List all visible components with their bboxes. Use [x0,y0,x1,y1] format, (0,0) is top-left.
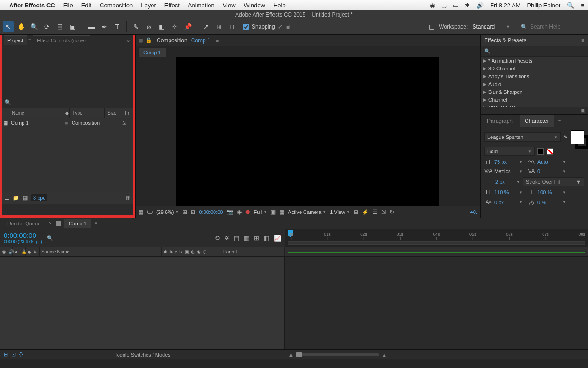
lock-icon[interactable]: 🔒 [146,37,152,43]
type-tool-icon[interactable]: T [112,21,123,32]
fast-preview-icon[interactable]: ⚡ [362,209,369,215]
timeline-zoom-slider[interactable] [296,353,379,356]
new-folder-icon[interactable]: 📁 [13,195,19,201]
notification-icon[interactable]: ≡ [581,2,584,9]
ep-item-audio[interactable]: ▶Audio [481,80,588,88]
zoom-in-icon[interactable]: ▲ [382,352,387,357]
dropdown-arrow-icon[interactable]: ▼ [516,180,520,184]
dropdown-arrow-icon[interactable]: ▼ [519,160,526,164]
timeline-comp-tab[interactable]: Comp 1 [64,219,91,228]
comp-subtab[interactable]: Comp 1 [138,48,166,57]
color-mgmt-icon[interactable]: ⬢ [245,209,250,215]
zoom-out-icon[interactable]: ▲ [288,352,294,357]
tsume-value[interactable]: 0 % [537,200,560,205]
timeline-timecode[interactable]: 0:00:00:00 00000 (23.976 fps) [4,232,42,245]
col-name[interactable]: Name [9,108,62,118]
toggle-switch-icon[interactable]: {} [19,351,23,357]
bluetooth-icon[interactable]: ✱ [465,2,470,9]
roto-tool-icon[interactable]: ✧ [169,21,180,32]
dropdown-arrow-icon[interactable]: ▼ [519,190,526,195]
new-comp-icon[interactable]: ▦ [23,195,28,201]
effects-presets-header[interactable]: Effects & Presets ≡ [481,34,588,46]
panel-overflow-icon[interactable]: » [124,37,131,44]
font-family-dropdown[interactable]: League Spartan▼ [484,132,561,142]
menu-animation[interactable]: Animation [188,2,215,9]
puppet-tool-icon[interactable]: 📌 [182,21,193,32]
effects-presets-menu-icon[interactable]: ≡ [581,37,584,44]
transparency-icon[interactable]: ▣ [271,209,276,215]
tab-close-icon[interactable]: × [49,221,51,226]
col-label-icon[interactable]: ◆ [26,247,32,256]
new-bin-icon[interactable]: ▣ [581,107,585,114]
snap-opt-icon[interactable]: ⤢ [278,23,283,30]
col-label-icon[interactable]: ◆ [62,108,70,118]
camera-dropdown[interactable]: Active Camera▼ [288,209,326,215]
rotate-tool-icon[interactable]: ⟳ [41,21,52,32]
ep-item-andys-transitions[interactable]: ▶Andy's Transitions [481,72,588,80]
col-size[interactable]: Size [105,108,122,118]
dropdown-arrow-icon[interactable]: ▼ [562,160,569,164]
world-axis-icon[interactable]: ⊞ [214,21,225,32]
menu-layer[interactable]: Layer [141,2,156,9]
timeline-layers[interactable] [0,257,285,349]
interpret-footage-icon[interactable]: ☰ [5,195,9,201]
selection-tool-icon[interactable]: ↖ [3,21,14,32]
view-axis-icon[interactable]: ⊡ [226,21,237,32]
render-icon[interactable]: ▤ [138,37,143,43]
dropdown-arrow-icon[interactable]: ▼ [562,190,569,195]
clock[interactable]: Fri 8:22 AM [490,2,520,9]
snap-opt2-icon[interactable]: ▣ [285,23,290,30]
black-swatch[interactable] [537,148,544,155]
comp-tab-menu-icon[interactable]: ≡ [216,38,219,43]
no-color-swatch[interactable] [547,148,553,155]
shy-icon[interactable]: ⟲ [215,235,220,242]
hscale-value[interactable]: 100 % [537,190,560,195]
menu-edit[interactable]: Edit [81,2,91,9]
snapshot-icon[interactable]: 📷 [226,209,233,215]
composition-viewport[interactable] [177,58,439,205]
paragraph-tab[interactable]: Paragraph [482,115,517,126]
menu-effect[interactable]: Effect [164,2,180,9]
font-style-dropdown[interactable]: Bold▼ [484,147,535,156]
workspace-dropdown[interactable]: Standard [472,23,495,30]
bpc-indicator[interactable]: 8 bpc [31,194,47,201]
stroke-width-value[interactable]: 2 px [495,179,514,184]
menu-window[interactable]: Window [244,2,265,9]
pixel-aspect-icon[interactable]: ⊟ [354,209,358,215]
zoom-tool-icon[interactable]: 🔍 [28,21,40,32]
timeline-search-icon[interactable]: 🔍 [47,235,53,241]
menu-view[interactable]: View [223,2,236,9]
volume-icon[interactable]: 🔊 [476,2,484,9]
snapping-toggle[interactable]: Snapping ⤢ ▣ [243,23,290,30]
tracking-value[interactable]: 0 [537,168,560,174]
project-tab[interactable]: Project [4,35,27,45]
menu-composition[interactable]: Composition [100,2,133,9]
baseline-value[interactable]: 0 px [494,200,517,205]
pan-behind-tool-icon[interactable]: ▣ [67,21,78,32]
exposure-value[interactable]: +0. [470,209,477,215]
project-item-comp1[interactable]: ▦ Comp 1 ■ Composition ⇲ [2,118,133,127]
col-source-name[interactable]: Source Name [40,247,162,256]
frame-blend-icon[interactable]: ▤ [234,235,239,242]
wifi-icon[interactable]: ◡ [441,2,447,9]
display-icon[interactable]: ▭ [453,2,458,9]
workspace-switcher-icon[interactable]: ▦ [426,21,437,32]
effect-controls-tab[interactable]: Effect Controls (none) [33,35,90,45]
monitor-icon[interactable]: 🖵 [147,209,153,215]
col-visibility-icon[interactable]: ◉ [0,247,6,256]
roi-icon[interactable]: ⊡ [191,209,195,215]
brainstorm-icon[interactable]: ◧ [264,235,269,242]
col-framerate[interactable]: Fr [122,108,133,118]
ep-item-3d-channel[interactable]: ▶3D Channel [481,64,588,72]
menu-file[interactable]: File [63,2,73,9]
leading-value[interactable]: Auto [537,159,560,165]
col-type[interactable]: Type [70,108,105,118]
ep-item-cinema4d[interactable]: ▶CINEMA 4D [481,104,588,107]
view-dropdown[interactable]: 1 View▼ [330,209,350,215]
cc-icon[interactable]: ◉ [430,2,435,9]
kerning-value[interactable]: Metrics [494,168,517,174]
snapping-checkbox[interactable] [243,24,249,30]
col-solo-icon[interactable]: ● [13,247,19,256]
comp-timecode[interactable]: 0:00:00:00 [199,209,223,215]
draft3d-icon[interactable]: ✲ [224,235,229,242]
